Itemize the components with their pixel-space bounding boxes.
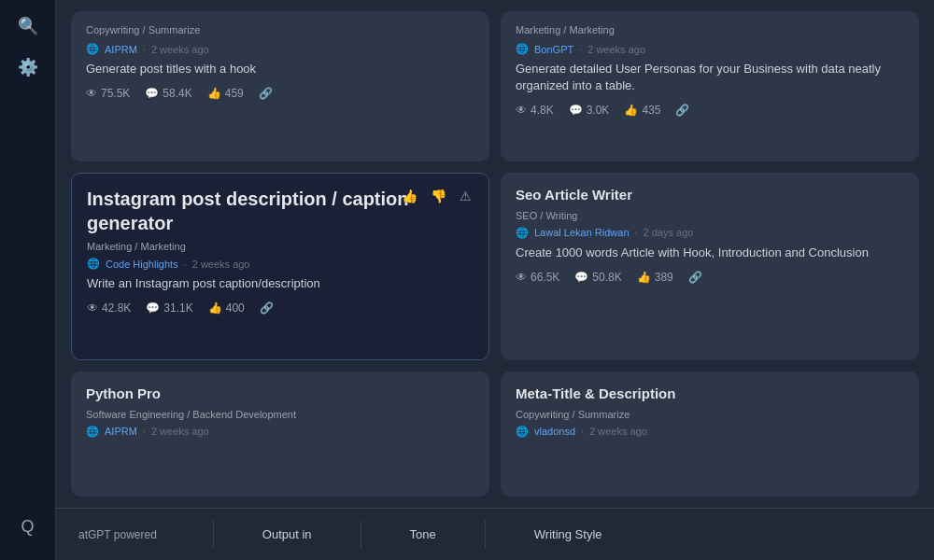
card-tag: Copywriting / Summarize [516, 409, 904, 420]
likes-count: 389 [655, 271, 673, 284]
stat-comments: 💬 58.4K [145, 87, 191, 100]
card-description: Generate post titles with a hook [86, 61, 474, 77]
content-area: Copywriting / Summarize 🌐 AIPRM · 2 week… [56, 0, 934, 560]
link-icon: 🔗 [260, 301, 274, 315]
comments-count: 3.0K [587, 104, 610, 117]
card-category: Copywriting / Summarize [86, 24, 474, 35]
author-link[interactable]: Code Highlights [106, 259, 178, 270]
alert-button[interactable]: ⚠ [456, 187, 475, 205]
meta-dot: · [184, 259, 187, 270]
globe-icon: 🌐 [516, 426, 529, 438]
stat-views: 👁 75.5K [86, 87, 130, 100]
card-meta: 🌐 Code Highlights · 2 weeks ago [87, 258, 474, 270]
eye-icon: 👁 [516, 104, 527, 117]
like-icon: 👍 [208, 301, 222, 315]
card-tag: SEO / Writing [516, 210, 904, 221]
msg-icon: 💬 [145, 87, 159, 100]
likes-count: 435 [642, 104, 660, 117]
views-count: 66.5K [531, 271, 559, 284]
thumbs-up-button[interactable]: 👍 [398, 187, 421, 205]
globe-icon: 🌐 [516, 227, 529, 239]
stat-likes: 👍 400 [208, 301, 245, 315]
comments-count: 58.4K [163, 87, 191, 100]
meta-dot: · [143, 426, 146, 437]
card-description: Write an Instagram post caption/descript… [87, 275, 474, 292]
stat-likes: 👍 389 [637, 271, 673, 284]
meta-time: 2 weeks ago [192, 259, 250, 270]
card-tag: Marketing / Marketing [87, 241, 474, 252]
meta-time: 2 weeks ago [589, 426, 647, 437]
stat-link[interactable]: 🔗 [675, 104, 689, 117]
sidebar-icon-2[interactable]: ⚙️ [11, 50, 45, 84]
eye-icon: 👁 [87, 301, 98, 315]
card-actions: 👍 👎 ⚠ [398, 187, 475, 205]
stat-link[interactable]: 🔗 [688, 271, 702, 284]
views-count: 42.8K [102, 301, 131, 315]
card-meta: 🌐 AIPRM · 2 weeks ago [86, 426, 474, 438]
author-link[interactable]: AIPRM [105, 426, 137, 437]
output-section[interactable]: Output in [262, 527, 312, 541]
like-icon: 👍 [637, 271, 651, 284]
globe-icon: 🌐 [86, 426, 99, 438]
sidebar-icon-1[interactable]: 🔍 [11, 9, 45, 43]
output-label: Output in [262, 527, 312, 541]
link-icon: 🔗 [688, 271, 702, 284]
msg-icon: 💬 [574, 271, 588, 284]
thumbs-down-button[interactable]: 👎 [427, 187, 450, 205]
msg-icon: 💬 [146, 301, 160, 315]
stat-views: 👁 4.8K [516, 104, 554, 117]
author-link[interactable]: vladonsd [534, 426, 575, 437]
meta-time: 2 weeks ago [151, 44, 209, 55]
card-meta-title: Meta-Title & Description Copywriting / S… [501, 371, 919, 497]
card-tag: Software Engineering / Backend Developme… [86, 409, 474, 420]
tone-section[interactable]: Tone [410, 527, 436, 541]
stat-comments: 💬 31.1K [146, 301, 192, 315]
card-meta: 🌐 vladonsd · 2 weeks ago [516, 426, 904, 438]
card-title: Meta-Title & Description [516, 385, 904, 403]
card-python-pro: Python Pro Software Engineering / Backen… [71, 371, 489, 497]
like-icon: 👍 [207, 87, 221, 100]
stat-likes: 👍 435 [624, 104, 660, 117]
likes-count: 400 [226, 301, 245, 315]
card-meta: 🌐 Lawal Lekan Ridwan · 2 days ago [516, 227, 904, 239]
author-link[interactable]: AIPRM [105, 44, 137, 55]
views-count: 4.8K [531, 104, 554, 117]
eye-icon: 👁 [516, 271, 527, 284]
link-icon: 🔗 [259, 87, 273, 100]
author-link[interactable]: Lawal Lekan Ridwan [534, 227, 630, 238]
card-category: Marketing / Marketing [516, 24, 904, 35]
globe-icon: 🌐 [516, 43, 529, 55]
stat-link[interactable]: 🔗 [260, 301, 274, 315]
divider [485, 521, 486, 549]
author-link[interactable]: BonGPT [534, 44, 573, 55]
card-description: Generate detailed User Personas for your… [516, 61, 904, 94]
powered-label: atGPT powered [71, 528, 164, 541]
bottom-bar: atGPT powered Output in Tone Writing Sty… [56, 508, 934, 560]
eye-icon: 👁 [86, 87, 97, 100]
globe-icon: 🌐 [86, 43, 99, 55]
card-seo-article: Seo Article Writer SEO / Writing 🌐 Lawal… [501, 173, 919, 360]
meta-dot: · [143, 44, 146, 55]
sidebar-icon-3[interactable]: Q [11, 510, 45, 543]
comments-count: 50.8K [592, 271, 621, 284]
writing-style-section[interactable]: Writing Style [534, 527, 602, 541]
card-stats: 👁 75.5K 💬 58.4K 👍 459 🔗 [86, 87, 474, 100]
card-meta: 🌐 AIPRM · 2 weeks ago [86, 43, 474, 55]
meta-dot: · [635, 227, 638, 238]
stat-link[interactable]: 🔗 [259, 87, 273, 100]
comments-count: 31.1K [163, 301, 192, 315]
main-layout: 🔍 ⚙️ Q Copywriting / Summarize 🌐 AIPRM ·… [0, 0, 934, 560]
divider [213, 521, 214, 549]
card-stats: 👁 4.8K 💬 3.0K 👍 435 🔗 [516, 104, 904, 117]
globe-icon: 🌐 [87, 258, 100, 270]
stat-likes: 👍 459 [207, 87, 244, 100]
card-user-personas: Marketing / Marketing 🌐 BonGPT · 2 weeks… [501, 11, 919, 161]
stat-views: 👁 66.5K [516, 271, 559, 284]
card-generate-titles: Copywriting / Summarize 🌐 AIPRM · 2 week… [71, 11, 489, 161]
card-stats: 👁 66.5K 💬 50.8K 👍 389 🔗 [516, 271, 904, 284]
writing-style-label: Writing Style [534, 527, 602, 541]
link-icon: 🔗 [675, 104, 689, 117]
meta-dot: · [581, 426, 584, 437]
card-stats: 👁 42.8K 💬 31.1K 👍 400 🔗 [87, 301, 474, 315]
meta-dot: · [579, 44, 582, 55]
